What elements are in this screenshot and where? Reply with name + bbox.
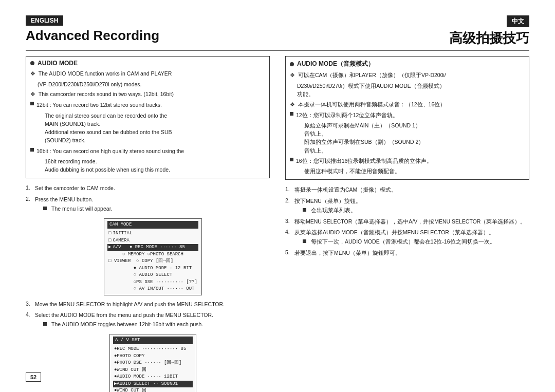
- zh-bit16-header: 16位：您可以推出16位录制模式录制高品质的立体声。: [296, 157, 432, 165]
- step-1-num: 1.: [26, 184, 33, 191]
- step-2-sub-zh: 会出现菜单列表。: [311, 207, 356, 215]
- menu2-title: A / V SET: [113, 337, 193, 345]
- step-1-num-zh: 1.: [285, 186, 292, 192]
- zh-intro-text2: 本摄录一体机可以使用两种音频模式录音：（12位、16位）: [298, 101, 446, 107]
- step-2-num: 2.: [26, 196, 33, 202]
- menu1-item3: ▶A/V ● REC MODE ······ 85: [107, 244, 198, 251]
- menu2-item2: ●PHOTO COPY: [113, 353, 193, 360]
- page-number: 52: [26, 372, 41, 382]
- menu2-item5: ●AUDIO MODE ····· 12BIT: [113, 374, 193, 381]
- menu1-item7: ○ AUDIO SELECT: [107, 272, 198, 279]
- bit16-line2: Audio dubbing is not possible when using…: [30, 165, 265, 174]
- step-3-zh: 3. 移动MENU SELECTOR（菜单选择器），选中A/V，并按MENU S…: [285, 218, 529, 226]
- zh-bit16-line1: 使用这种模式时，不能使用音频配音。: [290, 167, 525, 175]
- zh-diamond2: ❖: [290, 101, 295, 107]
- bit16-line1: 16bit recording mode.: [30, 157, 265, 165]
- bullet-icon: [30, 61, 34, 65]
- menu2-item1: ●REC MODE ············· 85: [113, 346, 193, 353]
- bit16-item: 16bit : You can record one high quality …: [30, 147, 265, 155]
- sq-bullet-step2: [43, 207, 47, 210]
- zh-sq-bullet-step2: [303, 208, 306, 212]
- col-right: AUDIO MODE（音频模式） ❖ 可以在CAM（摄像）和PLAYER（放像）…: [285, 56, 529, 392]
- zh-bit12-line1: 原始立体声可录制在MAIN（主）（SOUND 1）: [290, 121, 525, 129]
- lang-badge-zh: 中文: [507, 15, 529, 27]
- audio-mode-content-en: ❖ The AUDIO MODE function works in CAM a…: [30, 69, 265, 174]
- zh-bit12-line2: 音轨上。: [290, 129, 525, 138]
- zh-diamond1: ❖: [290, 72, 295, 78]
- step-5-text-zh: 若要退出，按下MENU（菜单）旋钮即可。: [294, 249, 401, 257]
- menu1-item5: □ VIEWER ○ COPY [回→回]: [107, 258, 198, 265]
- step-3-text-zh: 移动MENU SELECTOR（菜单选择器），选中A/V，并按MENU SELE…: [294, 218, 526, 226]
- audio-mode-section-zh: AUDIO MODE（音频模式） ❖ 可以在CAM（摄像）和PLAYER（放像）…: [285, 56, 529, 180]
- right-header: 中文 高级拍摄技巧: [449, 15, 529, 47]
- step-4-zh: 4. 从菜单选择AUDIO MODE（音频模式）并按MENU SELECTOR（…: [285, 229, 529, 246]
- intro-item1: ❖ The AUDIO MODE function works in CAM a…: [30, 69, 265, 78]
- menu1-screenshot: CAM MODE □ INITIAL □ CAMERA ▶A/V ● REC M…: [104, 218, 202, 295]
- left-header: ENGLISH Advanced Recording: [26, 15, 159, 44]
- step-4-text-zh: 从菜单选择AUDIO MODE（音频模式）并按MENU SELECTOR（菜单选…: [294, 229, 494, 235]
- step-2-text: Press the MENU button.: [35, 196, 93, 202]
- step-4-en: 4. Select the AUDIO MODE from the menu a…: [26, 311, 270, 329]
- menu2-item4: ●WIND CUT 回: [113, 367, 193, 374]
- steps-zh: 1. 将摄录一体机设置为CAM（摄像）模式。 2. 按下MENU（菜单）旋钮。 …: [285, 186, 529, 257]
- menu2-item7: ●WIND CUT 回: [113, 387, 193, 392]
- zh-bit16-item: 16位：您可以推出16位录制模式录制高品质的立体声。: [290, 157, 525, 165]
- step-4-sub: The AUDIO MODE toggles between 12bit-16b…: [51, 321, 203, 329]
- zh-intro1-cont2: 功能。: [290, 90, 525, 98]
- sq-bullet-16: [30, 148, 34, 152]
- section-title-zh: AUDIO MODE（音频模式）: [297, 60, 374, 68]
- step-2-en: 2. Press the MENU button. The menu list …: [26, 196, 270, 213]
- zh-bit12-line4: 音轨上。: [290, 146, 525, 155]
- diamond-icon2: ❖: [30, 91, 35, 97]
- sq-bullet-step4: [43, 322, 47, 326]
- step-2-num-zh: 2.: [285, 197, 292, 203]
- step-2-zh: 2. 按下MENU（菜单）旋钮。 会出现菜单列表。: [285, 197, 529, 215]
- step-1-text-zh: 将摄录一体机设置为CAM（摄像）模式。: [294, 186, 397, 194]
- intro-item2: ❖ This camcorder records sound in two wa…: [30, 90, 265, 99]
- menu1-container: CAM MODE □ INITIAL □ CAMERA ▶A/V ● REC M…: [26, 216, 270, 297]
- header-divider: [26, 50, 529, 51]
- page: ENGLISH Advanced Recording 中文 高级拍摄技巧 AUD…: [0, 0, 555, 392]
- bullet-icon-zh: [290, 62, 294, 66]
- col-left: AUDIO MODE ❖ The AUDIO MODE function wor…: [26, 56, 270, 392]
- zh-sq-bullet-step4: [303, 239, 306, 243]
- step-3-num: 3.: [26, 301, 33, 307]
- intro-text1b: (VP-D200i/D230i/D250i/D270i only) modes.: [38, 81, 142, 87]
- intro-text1: The AUDIO MODE function works in CAM and…: [39, 70, 172, 77]
- audio-mode-section-en: AUDIO MODE ❖ The AUDIO MODE function wor…: [26, 56, 270, 178]
- zh-sq-bullet-12: [290, 112, 293, 116]
- zh-bit12-line3: 附加的立体声可录制在SUB（副）（SOUND 2）: [290, 138, 525, 146]
- sq-bullet-12: [30, 102, 34, 105]
- bit12-header: 12bit : You can record two 12bit stereo …: [36, 101, 162, 109]
- two-col-layout: AUDIO MODE ❖ The AUDIO MODE function wor…: [26, 56, 529, 392]
- step-3-num-zh: 3.: [285, 218, 292, 224]
- intro-item1-cont: (VP-D200i/D230i/D250i/D270i only) modes.: [30, 80, 265, 88]
- step-5-zh: 5. 若要退出，按下MENU（菜单）旋钮即可。: [285, 249, 529, 257]
- zh-sq-bullet-16: [290, 158, 293, 161]
- step-1-en: 1. Set the camcorder to CAM mode.: [26, 184, 270, 193]
- zh-intro2: ❖ 本摄录一体机可以使用两种音频模式录音：（12位、16位）: [290, 100, 525, 109]
- zh-intro1-cont: D230i/D250i/D270i）模式下使用AUDIO MODE（音频模式）: [290, 82, 525, 90]
- menu2-screenshot: A / V SET ●REC MODE ············· 85 ●PH…: [109, 334, 196, 392]
- step-1-text: Set the camcorder to CAM mode.: [35, 184, 115, 193]
- step-4-text: Select the AUDIO MODE from the menu and …: [35, 312, 213, 318]
- step-4-sub-zh: 每按下一次，AUDIO MODE（音源模式）都会在12位-16位之间切换一次。: [311, 238, 495, 246]
- diamond-icon1: ❖: [30, 70, 35, 77]
- header-row: ENGLISH Advanced Recording 中文 高级拍摄技巧: [26, 15, 529, 47]
- audio-mode-content-zh: ❖ 可以在CAM（摄像）和PLAYER（放像）（仅限于VP-D200i/ D23…: [290, 71, 525, 175]
- step-2-text-zh: 按下MENU（菜单）旋钮。: [294, 198, 361, 204]
- menu1-item6: ● AUDIO MODE · 12 BIT: [107, 265, 198, 272]
- bit12-line2: MAIN (SOUND1) track.: [30, 120, 265, 128]
- zh-intro1: ❖ 可以在CAM（摄像）和PLAYER（放像）（仅限于VP-D200i/: [290, 71, 525, 80]
- step-1-zh: 1. 将摄录一体机设置为CAM（摄像）模式。: [285, 186, 529, 194]
- menu2-item6: ▶AUDIO SELECT ·· SOUND1: [113, 381, 193, 388]
- step-2-sub: The menu list will appear.: [51, 205, 112, 213]
- section-title-en: AUDIO MODE: [38, 60, 78, 67]
- step-5-num-zh: 5.: [285, 249, 292, 255]
- zh-intro-text1: 可以在CAM（摄像）和PLAYER（放像）（仅限于VP-D200i/: [298, 72, 446, 78]
- menu2-container: A / V SET ●REC MODE ············· 85 ●PH…: [26, 332, 270, 392]
- step-3-en: 3. Move the MENU SELECTOR to highlight A…: [26, 301, 270, 309]
- zh-bit12-header: 12位：您可以录制两个12位立体声音轨。: [296, 111, 398, 119]
- bit16-header: 16bit : You can record one high quality …: [36, 147, 184, 155]
- audio-mode-header-en: AUDIO MODE: [30, 60, 265, 67]
